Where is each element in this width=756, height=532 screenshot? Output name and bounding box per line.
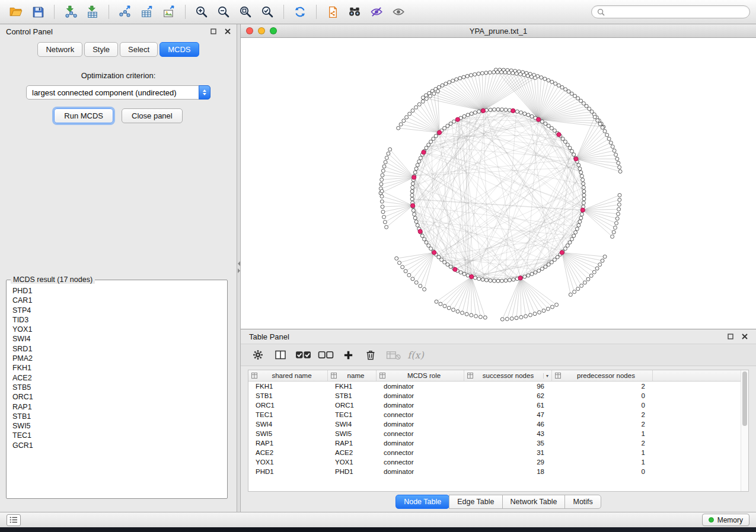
zoom-out-button[interactable] bbox=[213, 2, 234, 21]
show-all-button[interactable] bbox=[388, 2, 409, 21]
deselect-all-rows-button[interactable] bbox=[317, 347, 334, 363]
mcds-result-item[interactable]: STB5 bbox=[12, 383, 221, 392]
tab-mcds[interactable]: MCDS bbox=[160, 42, 199, 57]
table-cell-successor_nodes: 96 bbox=[464, 383, 552, 390]
close-table-panel-button[interactable] bbox=[742, 334, 748, 339]
mcds-result-item[interactable]: PHD1 bbox=[12, 286, 221, 296]
first-neighbors-button[interactable] bbox=[344, 2, 365, 21]
folder-open-icon bbox=[9, 7, 23, 17]
export-image-button[interactable] bbox=[159, 2, 179, 21]
export-table-button[interactable] bbox=[137, 2, 157, 21]
mcds-result-item[interactable]: SRD1 bbox=[12, 344, 221, 354]
table-row[interactable]: ACE2ACE2connector311 bbox=[248, 448, 748, 457]
run-mcds-button[interactable]: Run MCDS bbox=[54, 108, 113, 123]
hide-selected-button[interactable] bbox=[366, 2, 387, 21]
column-header-predecessor_nodes[interactable]: predecessor nodes bbox=[552, 370, 653, 381]
eye-icon bbox=[392, 5, 405, 18]
table-settings-button[interactable] bbox=[249, 347, 267, 363]
mcds-result-item[interactable]: STB1 bbox=[12, 412, 221, 421]
table-row[interactable]: TEC1TEC1connector472 bbox=[248, 410, 748, 419]
table-cell-successor_nodes: 61 bbox=[464, 402, 552, 409]
mcds-result-item[interactable]: SWI5 bbox=[12, 421, 221, 431]
mcds-result-item[interactable]: TEC1 bbox=[12, 431, 221, 440]
node-table-body: FKH1FKH1dominator962STB1STB1dominator620… bbox=[248, 382, 748, 491]
mcds-result-item[interactable]: STP4 bbox=[12, 306, 221, 315]
tab-motifs[interactable]: Motifs bbox=[564, 495, 601, 509]
tab-style[interactable]: Style bbox=[84, 42, 118, 57]
zoom-fit-button[interactable] bbox=[235, 2, 256, 21]
search-input[interactable] bbox=[608, 8, 744, 16]
close-icon bbox=[225, 28, 231, 34]
mcds-result-item[interactable]: CAR1 bbox=[12, 296, 221, 305]
minimize-window-button[interactable] bbox=[258, 27, 265, 34]
column-header-mcds_role[interactable]: MCDS role bbox=[377, 370, 464, 381]
close-panel-button[interactable] bbox=[225, 28, 231, 34]
maximize-window-button[interactable] bbox=[270, 27, 277, 34]
apply-function-button[interactable]: f(x) bbox=[407, 347, 425, 363]
status-bar: Memory bbox=[0, 512, 756, 527]
zoom-in-button[interactable] bbox=[192, 2, 212, 21]
mcds-result-item[interactable]: TID3 bbox=[12, 315, 221, 325]
table-scrollbar[interactable] bbox=[741, 370, 748, 491]
desktop-background bbox=[0, 527, 756, 532]
sort-dropdown-icon[interactable]: ▾ bbox=[543, 373, 548, 379]
table-row[interactable]: RAP1RAP1dominator352 bbox=[248, 438, 748, 448]
column-header-shared_name[interactable]: shared name bbox=[248, 370, 328, 381]
table-cell-predecessor_nodes: 0 bbox=[552, 468, 653, 475]
delete-rows-button[interactable] bbox=[362, 347, 379, 363]
mcds-result-item[interactable]: ORC1 bbox=[12, 392, 221, 402]
import-network-button[interactable] bbox=[60, 2, 81, 21]
add-row-button[interactable] bbox=[339, 347, 357, 363]
zoom-selected-button[interactable] bbox=[257, 2, 277, 21]
network-window-titlebar[interactable]: YPA_prune.txt_1 bbox=[241, 24, 756, 38]
mcds-result-item[interactable]: PMA2 bbox=[12, 354, 221, 363]
table-row[interactable]: PHD1PHD1dominator180 bbox=[248, 467, 748, 476]
tab-select[interactable]: Select bbox=[120, 42, 158, 57]
tab-network[interactable]: Network bbox=[37, 42, 82, 57]
close-panel-action-button[interactable]: Close panel bbox=[122, 108, 183, 123]
table-cell-predecessor_nodes: 0 bbox=[552, 402, 653, 409]
import-table-button[interactable] bbox=[82, 2, 103, 21]
table-row[interactable]: YOX1YOX1connector291 bbox=[248, 457, 748, 467]
network-canvas[interactable] bbox=[241, 38, 756, 329]
table-cell-mcds_role: dominator bbox=[377, 440, 464, 447]
mcds-result-item[interactable]: FKH1 bbox=[12, 363, 221, 373]
criterion-select[interactable]: largest connected component (undirected) bbox=[26, 85, 210, 100]
close-window-button[interactable] bbox=[246, 27, 253, 34]
memory-button[interactable]: Memory bbox=[702, 514, 749, 526]
duplicate-network-button[interactable] bbox=[323, 2, 343, 21]
float-panel-button[interactable] bbox=[210, 28, 216, 34]
mcds-result-item[interactable]: ACE2 bbox=[12, 373, 221, 383]
tab-edge-table[interactable]: Edge Table bbox=[449, 495, 502, 509]
table-row[interactable]: FKH1FKH1dominator962 bbox=[248, 382, 748, 391]
tab-node-table[interactable]: Node Table bbox=[395, 495, 449, 509]
delete-table-button[interactable] bbox=[384, 347, 402, 363]
save-session-button[interactable] bbox=[28, 2, 48, 21]
zoom-fit-icon bbox=[239, 5, 252, 18]
export-network-button[interactable] bbox=[115, 2, 135, 21]
table-row[interactable]: SWI5SWI5connector431 bbox=[248, 429, 748, 438]
tab-network-table[interactable]: Network Table bbox=[502, 495, 566, 509]
zoom-selected-icon bbox=[261, 5, 274, 18]
column-header-name[interactable]: name bbox=[328, 370, 377, 381]
column-chooser-button[interactable] bbox=[272, 347, 289, 363]
table-cell-name: ORC1 bbox=[328, 402, 377, 409]
table-row[interactable]: SWI4SWI4dominator462 bbox=[248, 419, 748, 429]
task-history-button[interactable] bbox=[7, 514, 21, 526]
table-cell-successor_nodes: 47 bbox=[464, 411, 552, 418]
mcds-result-item[interactable]: SWI4 bbox=[12, 334, 221, 344]
table-scrollbar-thumb[interactable] bbox=[742, 371, 747, 426]
table-cell-shared_name: PHD1 bbox=[248, 468, 328, 475]
mcds-result-item[interactable]: RAP1 bbox=[12, 402, 221, 412]
mcds-result-item[interactable]: YOX1 bbox=[12, 325, 221, 334]
splitter-toggle-icon[interactable] bbox=[237, 261, 240, 273]
mcds-result-item[interactable]: GCR1 bbox=[12, 441, 221, 450]
select-all-rows-button[interactable] bbox=[294, 347, 312, 363]
table-row[interactable]: STB1STB1dominator620 bbox=[248, 391, 748, 400]
float-table-panel-button[interactable] bbox=[728, 334, 733, 339]
refresh-view-button[interactable] bbox=[290, 2, 310, 21]
column-header-successor_nodes[interactable]: successor nodes▾ bbox=[464, 370, 552, 381]
table-row[interactable]: ORC1ORC1dominator610 bbox=[248, 400, 748, 410]
open-session-button[interactable] bbox=[6, 2, 26, 21]
table-cell-predecessor_nodes: 1 bbox=[552, 459, 653, 466]
